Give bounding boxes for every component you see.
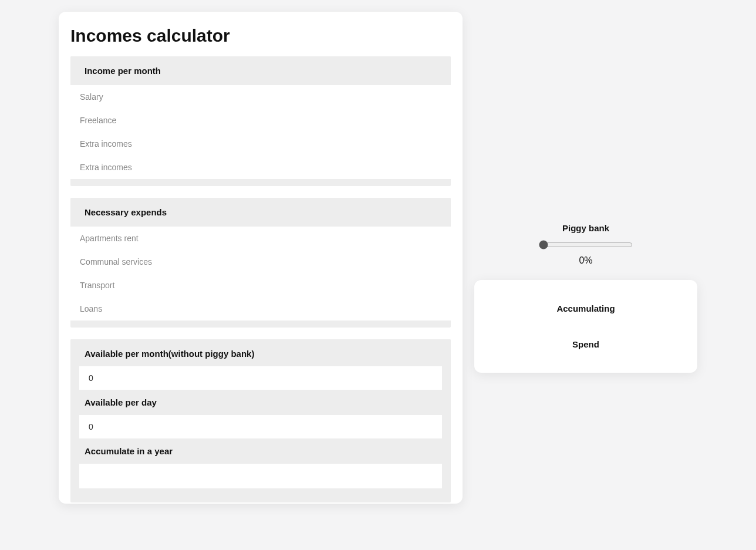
salary-input[interactable]: [70, 85, 451, 109]
page-title: Incomes calculator: [59, 12, 463, 56]
extra-incomes-input-2[interactable]: [70, 156, 451, 179]
piggy-bank-slider[interactable]: [539, 240, 633, 249]
available-month-label: Available per month(without piggy bank): [70, 339, 451, 366]
extra-incomes-input-1[interactable]: [70, 132, 451, 156]
summary-section: Available per month(without piggy bank) …: [70, 339, 451, 502]
income-section-header: Income per month: [70, 56, 451, 85]
loans-input[interactable]: [70, 297, 451, 320]
piggy-bank-label: Piggy bank: [562, 223, 609, 233]
transport-input[interactable]: [70, 274, 451, 297]
freelance-input[interactable]: [70, 109, 451, 132]
piggy-percent-label: 0%: [579, 255, 592, 266]
stats-card: Accumulating Spend: [474, 280, 697, 373]
available-day-value: 0: [79, 415, 442, 438]
accumulating-label: Accumulating: [486, 298, 686, 319]
available-month-value: 0: [79, 366, 442, 390]
accumulate-year-value: [79, 464, 442, 488]
expends-section-header: Necessary expends: [70, 198, 451, 227]
income-inputs: [70, 85, 451, 186]
spend-label: Spend: [486, 333, 686, 355]
rent-input[interactable]: [70, 227, 451, 250]
expends-section: Necessary expends: [70, 198, 451, 328]
income-section: Income per month: [70, 56, 451, 186]
right-column: Piggy bank 0% Accumulating Spend: [474, 12, 697, 373]
calculator-card: Incomes calculator Income per month Nece…: [59, 12, 463, 504]
accumulate-year-label: Accumulate in a year: [70, 438, 451, 464]
available-day-label: Available per day: [70, 390, 451, 415]
expends-inputs: [70, 227, 451, 328]
communal-input[interactable]: [70, 250, 451, 274]
